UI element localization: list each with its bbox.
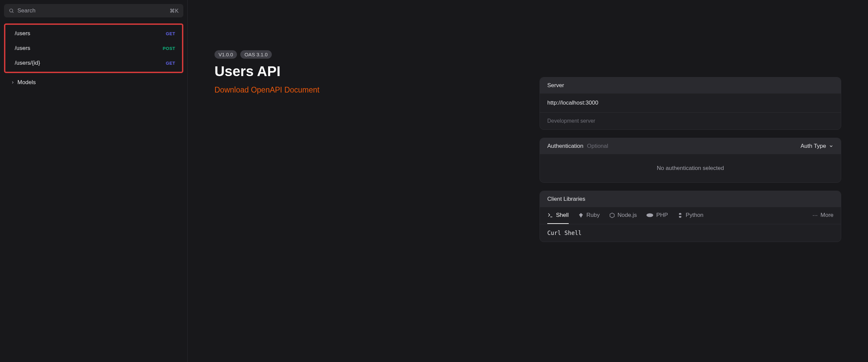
oas-badge: OAS 3.1.0	[240, 50, 272, 59]
endpoint-item[interactable]: /users GET	[5, 26, 182, 41]
nodejs-icon	[609, 212, 615, 218]
endpoint-item[interactable]: /users POST	[5, 41, 182, 56]
endpoint-path: /users/{id}	[15, 60, 40, 66]
chevron-right-icon	[11, 81, 15, 85]
search-input[interactable]	[18, 7, 166, 14]
endpoint-path: /users	[15, 30, 30, 37]
tab-python[interactable]: Python	[677, 207, 704, 224]
auth-header: Authentication Optional Auth Type	[540, 138, 841, 154]
auth-label-group: Authentication Optional	[547, 143, 608, 150]
auth-card: Authentication Optional Auth Type No aut…	[539, 138, 841, 183]
tab-php[interactable]: PHP	[646, 207, 668, 224]
server-url: http://localhost:3000	[547, 99, 598, 106]
tab-nodejs[interactable]: Node.js	[609, 207, 637, 224]
search-icon	[9, 8, 14, 13]
svg-line-1	[12, 12, 13, 13]
version-badge: V1.0.0	[215, 50, 237, 59]
download-openapi-link[interactable]: Download OpenAPI Document	[215, 86, 319, 94]
search-box[interactable]: ⌘K	[4, 4, 183, 18]
auth-optional: Optional	[587, 143, 608, 149]
python-icon	[677, 212, 683, 218]
method-badge-get: GET	[166, 31, 175, 36]
right-panel: Server http://localhost:3000 Development…	[539, 50, 841, 362]
auth-empty-state: No authentication selected	[540, 154, 841, 182]
method-badge-get: GET	[166, 61, 175, 66]
server-url-row[interactable]: http://localhost:3000	[540, 93, 841, 112]
sidebar: ⌘K /users GET /users POST /users/{id} GE…	[0, 0, 188, 362]
models-label: Models	[18, 79, 36, 86]
terminal-icon	[547, 212, 553, 218]
method-badge-post: POST	[163, 46, 175, 51]
client-libs-card: Client Libraries Shell Ruby	[539, 191, 841, 242]
tab-label: Shell	[556, 212, 569, 218]
svg-marker-3	[610, 213, 614, 217]
svg-point-4	[647, 213, 653, 217]
auth-type-selector[interactable]: Auth Type	[801, 143, 834, 150]
svg-point-0	[10, 9, 13, 12]
page-header-block: V1.0.0 OAS 3.1.0 Users API Download Open…	[215, 50, 513, 362]
client-libs-header: Client Libraries	[540, 191, 841, 207]
page-title: Users API	[215, 63, 513, 80]
auth-label: Authentication	[547, 143, 584, 149]
chevron-down-icon	[829, 144, 834, 149]
tab-more[interactable]: ⋯ More	[812, 207, 834, 224]
server-header: Server	[540, 78, 841, 93]
search-shortcut: ⌘K	[169, 8, 179, 14]
server-label: Server	[547, 82, 564, 89]
badges-row: V1.0.0 OAS 3.1.0	[215, 50, 513, 59]
tab-shell[interactable]: Shell	[547, 207, 569, 224]
tab-label: Node.js	[618, 212, 637, 218]
sidebar-item-models[interactable]: Models	[4, 75, 183, 90]
endpoint-item[interactable]: /users/{id} GET	[5, 56, 182, 70]
endpoint-list-highlighted: /users GET /users POST /users/{id} GET	[4, 24, 183, 73]
auth-type-label: Auth Type	[801, 143, 826, 150]
tab-label: More	[820, 212, 834, 218]
tab-label: PHP	[656, 212, 668, 218]
php-icon	[646, 213, 653, 217]
tab-label: Python	[686, 212, 704, 218]
client-libs-tabs: Shell Ruby Node.js	[540, 207, 841, 224]
server-card: Server http://localhost:3000 Development…	[539, 77, 841, 130]
code-sample: Curl Shell	[540, 224, 841, 242]
tab-ruby[interactable]: Ruby	[578, 207, 600, 224]
dots-icon: ⋯	[812, 212, 818, 218]
endpoint-path: /users	[15, 45, 30, 52]
tab-label: Ruby	[587, 212, 600, 218]
server-description: Development server	[540, 112, 841, 129]
main-content: V1.0.0 OAS 3.1.0 Users API Download Open…	[188, 0, 868, 362]
client-libs-label: Client Libraries	[547, 196, 585, 203]
ruby-icon	[578, 212, 584, 218]
